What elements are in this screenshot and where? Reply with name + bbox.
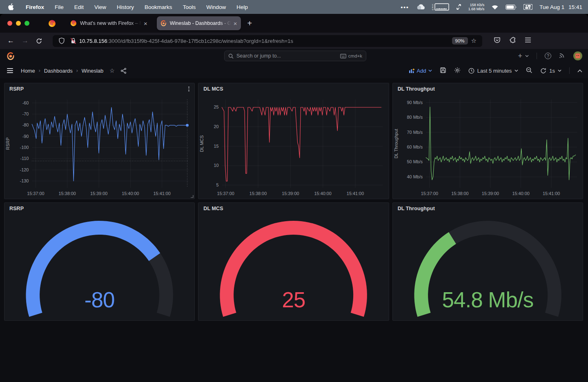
panel-header[interactable]: DL MCS	[198, 203, 388, 214]
url-text: 10.75.8.156:3000/d/fb315f9b-425f-4da6-97…	[79, 38, 450, 44]
new-dashboard-button[interactable]: +	[518, 52, 529, 60]
news-rss-icon[interactable]	[559, 52, 566, 60]
svg-text:-100: -100	[20, 145, 29, 150]
menu-window[interactable]: Window	[201, 4, 231, 10]
menu-edit[interactable]: Edit	[69, 4, 89, 10]
dlmcs-chart-canvas[interactable]: 25201510515:37:0015:38:0015:39:0015:40:0…	[198, 95, 388, 199]
svg-text:80 Mb/s: 80 Mb/s	[407, 115, 423, 120]
share-dashboard-icon[interactable]	[120, 68, 127, 74]
svg-text:-120: -120	[20, 167, 29, 172]
menu-file[interactable]: File	[49, 4, 69, 10]
svg-text:-130: -130	[20, 178, 29, 183]
new-tab-button[interactable]: +	[247, 19, 252, 28]
svg-text:15:38:00: 15:38:00	[249, 191, 267, 196]
svg-text:15:39:00: 15:39:00	[481, 191, 499, 196]
chevron-down-icon	[558, 69, 561, 72]
panel-header[interactable]: RSRP	[4, 203, 194, 214]
tab-whats-new[interactable]: What's new with Firefox – More p ×	[67, 16, 151, 30]
collapse-toolbar-button[interactable]	[577, 68, 582, 74]
bookmark-star-icon[interactable]: ☆	[471, 37, 477, 44]
ellipsis-status-icon[interactable]: •••	[401, 4, 409, 10]
rsrp-chart-canvas[interactable]: -60-70-80-90-100-110-120-13015:37:0015:3…	[4, 95, 194, 199]
menu-bookmarks[interactable]: Bookmarks	[139, 4, 178, 10]
panel-resize-handle[interactable]	[189, 194, 194, 198]
user-avatar[interactable]	[573, 51, 582, 60]
menu-history[interactable]: History	[111, 4, 139, 10]
window-zoom-button[interactable]	[24, 21, 29, 26]
panel-header[interactable]: RSRP	[4, 83, 194, 95]
grafana-top-nav: Search or jump to... cmd+k + ?	[0, 49, 588, 63]
window-minimize-button[interactable]	[16, 21, 21, 26]
dlthroughput-chart-canvas[interactable]: 90 Mb/s80 Mb/s70 Mb/s60 Mb/s50 Mb/s40 Mb…	[393, 95, 583, 199]
wifi-icon[interactable]	[491, 4, 499, 10]
svg-text:25: 25	[214, 104, 219, 109]
svg-text:15:41:00: 15:41:00	[543, 191, 560, 196]
menu-view[interactable]: View	[89, 4, 111, 10]
tracking-shield-icon[interactable]	[59, 38, 65, 44]
network-arrows-icon[interactable]	[456, 4, 461, 10]
panel-title: DL MCS	[203, 86, 223, 92]
refresh-button[interactable]: 1s	[540, 68, 561, 74]
svg-text:U: U	[432, 8, 434, 11]
divider	[569, 67, 570, 74]
back-button[interactable]: ←	[7, 37, 14, 45]
window-close-button[interactable]	[7, 21, 12, 26]
firefox-view-button[interactable]	[48, 20, 56, 27]
reload-button[interactable]	[36, 38, 42, 44]
dashboard-canvas: RSRP -60-70-80-90-100-110-120-13015:37:0…	[0, 78, 588, 382]
chevron-up-icon	[577, 69, 582, 73]
time-range-picker[interactable]: Last 5 minutes	[468, 68, 519, 74]
breadcrumb-separator: ›	[74, 68, 80, 73]
breadcrumb-wineslab[interactable]: Wineslab	[80, 68, 105, 74]
dashboard-settings-button[interactable]	[454, 67, 461, 75]
panel-title: DL MCS	[203, 206, 223, 211]
cpu-meter-icon[interactable]: CPU	[432, 3, 449, 11]
zoom-out-time-button[interactable]	[526, 67, 532, 75]
extensions-puzzle-icon[interactable]	[509, 37, 516, 45]
menu-bar-clock[interactable]: Tue Aug 115:41	[539, 4, 582, 10]
favorite-star-icon[interactable]: ☆	[109, 67, 115, 74]
app-menu-hamburger-icon[interactable]	[525, 37, 531, 44]
svg-text:-60: -60	[22, 100, 29, 105]
control-center-icon[interactable]	[523, 4, 532, 10]
svg-text:15:40:00: 15:40:00	[512, 191, 529, 196]
forward-button[interactable]: →	[22, 37, 29, 45]
panel-rsrp-timeseries: RSRP -60-70-80-90-100-110-120-13015:37:0…	[4, 83, 195, 199]
search-input[interactable]: Search or jump to... cmd+k	[224, 51, 366, 61]
svg-text:15:41:00: 15:41:00	[347, 191, 364, 196]
svg-text:15:40:00: 15:40:00	[314, 191, 332, 196]
tab-close-icon[interactable]: ×	[234, 20, 237, 27]
breadcrumb-home[interactable]: Home	[20, 68, 36, 74]
menu-firefox[interactable]: Firefox	[22, 4, 49, 10]
battery-icon[interactable]	[506, 4, 517, 10]
firefox-window: What's new with Firefox – More p × Wines…	[0, 14, 588, 382]
save-dashboard-button[interactable]	[440, 67, 446, 75]
panel-header[interactable]: DL Throughput	[393, 203, 583, 214]
tab-wineslab-grafana[interactable]: Wineslab - Dashboards - Grafana ×	[157, 16, 241, 30]
mega-menu-toggle[interactable]	[7, 68, 13, 73]
menu-help[interactable]: Help	[231, 4, 253, 10]
svg-text:15:40:00: 15:40:00	[122, 191, 139, 196]
breadcrumb-dashboards[interactable]: Dashboards	[43, 68, 74, 74]
panel-header[interactable]: DL Throughput	[393, 83, 583, 95]
add-panel-button[interactable]: Add	[409, 68, 432, 74]
address-bar[interactable]: 10.75.8.156:3000/d/fb315f9b-425f-4da6-97…	[53, 35, 482, 47]
panel-header[interactable]: DL MCS	[198, 83, 388, 95]
browser-toolbar: ← → 10.75.8.156:3000/d/fb315f9b-425f-4da…	[0, 33, 588, 49]
grafana-home-logo[interactable]	[7, 52, 15, 60]
svg-text:-80: -80	[22, 122, 29, 127]
svg-text:-110: -110	[20, 156, 29, 161]
insecure-lock-icon[interactable]	[70, 38, 76, 44]
svg-text:70 Mb/s: 70 Mb/s	[407, 130, 423, 135]
panel-title: RSRP	[9, 86, 24, 92]
help-button[interactable]: ?	[545, 53, 551, 59]
tab-close-icon[interactable]: ×	[144, 20, 147, 27]
svg-text:15: 15	[214, 144, 219, 149]
cloud-icon[interactable]	[416, 4, 425, 10]
apple-menu-icon[interactable]	[8, 3, 14, 11]
panel-menu-kebab-icon[interactable]	[185, 86, 192, 92]
pocket-icon[interactable]	[494, 37, 501, 45]
menu-tools[interactable]: Tools	[178, 4, 201, 10]
grafana-sub-nav: Home › Dashboards › Wineslab ☆ Add Last …	[0, 63, 588, 78]
zoom-level-badge[interactable]: 90%	[452, 37, 468, 44]
